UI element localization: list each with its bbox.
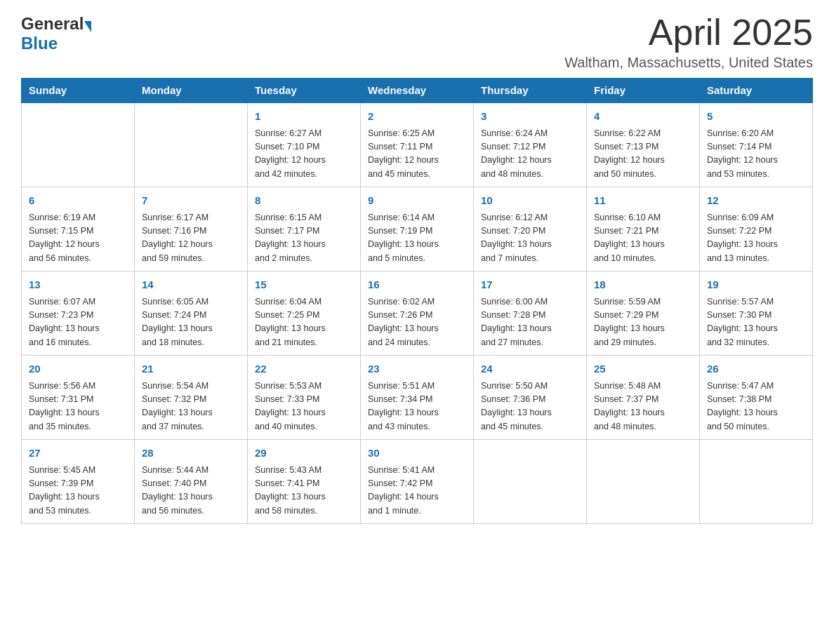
calendar-table: SundayMondayTuesdayWednesdayThursdayFrid… (21, 78, 813, 524)
day-number: 14 (142, 277, 240, 293)
day-info: Sunrise: 6:14 AM Sunset: 7:19 PM Dayligh… (368, 211, 466, 266)
col-header-tuesday: Tuesday (248, 79, 361, 103)
day-info: Sunrise: 5:56 AM Sunset: 7:31 PM Dayligh… (29, 380, 127, 434)
day-number: 24 (481, 361, 579, 377)
day-number: 30 (368, 445, 466, 462)
calendar-cell: 14Sunrise: 6:05 AM Sunset: 7:24 PM Dayli… (135, 271, 248, 356)
day-info: Sunrise: 5:41 AM Sunset: 7:42 PM Dayligh… (368, 464, 466, 518)
day-info: Sunrise: 5:44 AM Sunset: 7:40 PM Dayligh… (142, 464, 240, 518)
calendar-cell: 21Sunrise: 5:54 AM Sunset: 7:32 PM Dayli… (135, 356, 248, 440)
day-number: 22 (255, 361, 353, 377)
day-number: 10 (481, 193, 579, 209)
calendar-cell: 16Sunrise: 6:02 AM Sunset: 7:26 PM Dayli… (361, 271, 474, 356)
day-info: Sunrise: 5:53 AM Sunset: 7:33 PM Dayligh… (255, 380, 353, 434)
day-number: 25 (594, 361, 692, 377)
day-number: 1 (255, 109, 353, 125)
calendar-cell: 24Sunrise: 5:50 AM Sunset: 7:36 PM Dayli… (474, 356, 587, 440)
calendar-cell (587, 440, 700, 524)
page-title: April 2025 (564, 14, 813, 51)
day-number: 15 (255, 277, 353, 293)
day-number: 27 (29, 445, 127, 462)
day-info: Sunrise: 6:07 AM Sunset: 7:23 PM Dayligh… (29, 295, 127, 350)
day-info: Sunrise: 5:45 AM Sunset: 7:39 PM Dayligh… (29, 464, 127, 518)
calendar-cell (474, 440, 587, 524)
calendar-cell: 28Sunrise: 5:44 AM Sunset: 7:40 PM Dayli… (135, 440, 248, 524)
calendar-cell: 27Sunrise: 5:45 AM Sunset: 7:39 PM Dayli… (22, 440, 135, 524)
day-info: Sunrise: 5:59 AM Sunset: 7:29 PM Dayligh… (594, 295, 692, 350)
calendar-week-1: 1Sunrise: 6:27 AM Sunset: 7:10 PM Daylig… (22, 102, 813, 187)
calendar-cell (135, 102, 248, 187)
calendar-cell: 6Sunrise: 6:19 AM Sunset: 7:15 PM Daylig… (22, 187, 135, 271)
day-info: Sunrise: 6:09 AM Sunset: 7:22 PM Dayligh… (707, 211, 805, 266)
day-number: 29 (255, 445, 353, 462)
title-block: April 2025 Waltham, Massachusetts, Unite… (564, 14, 813, 71)
day-number: 8 (255, 193, 353, 209)
calendar-week-2: 6Sunrise: 6:19 AM Sunset: 7:15 PM Daylig… (22, 187, 813, 271)
day-number: 7 (142, 193, 240, 209)
day-info: Sunrise: 6:24 AM Sunset: 7:12 PM Dayligh… (481, 127, 579, 182)
day-info: Sunrise: 5:57 AM Sunset: 7:30 PM Dayligh… (707, 295, 805, 350)
calendar-week-3: 13Sunrise: 6:07 AM Sunset: 7:23 PM Dayli… (22, 271, 813, 356)
day-number: 18 (594, 277, 692, 293)
col-header-saturday: Saturday (700, 79, 813, 103)
calendar-cell: 20Sunrise: 5:56 AM Sunset: 7:31 PM Dayli… (22, 356, 135, 440)
day-number: 9 (368, 193, 466, 209)
day-number: 5 (707, 109, 805, 125)
logo-arrow-icon (84, 21, 91, 32)
day-number: 3 (481, 109, 579, 125)
col-header-friday: Friday (587, 79, 700, 103)
day-info: Sunrise: 6:04 AM Sunset: 7:25 PM Dayligh… (255, 295, 353, 350)
calendar-cell: 10Sunrise: 6:12 AM Sunset: 7:20 PM Dayli… (474, 187, 587, 271)
day-info: Sunrise: 5:51 AM Sunset: 7:34 PM Dayligh… (368, 380, 466, 434)
day-number: 19 (707, 277, 805, 293)
calendar-cell: 11Sunrise: 6:10 AM Sunset: 7:21 PM Dayli… (587, 187, 700, 271)
day-info: Sunrise: 6:10 AM Sunset: 7:21 PM Dayligh… (594, 211, 692, 266)
day-info: Sunrise: 6:22 AM Sunset: 7:13 PM Dayligh… (594, 127, 692, 182)
day-info: Sunrise: 5:47 AM Sunset: 7:38 PM Dayligh… (707, 380, 805, 434)
day-number: 23 (368, 361, 466, 377)
calendar-cell: 18Sunrise: 5:59 AM Sunset: 7:29 PM Dayli… (587, 271, 700, 356)
calendar-header-row: SundayMondayTuesdayWednesdayThursdayFrid… (22, 79, 813, 103)
calendar-cell: 26Sunrise: 5:47 AM Sunset: 7:38 PM Dayli… (700, 356, 813, 440)
day-info: Sunrise: 6:15 AM Sunset: 7:17 PM Dayligh… (255, 211, 353, 266)
logo: General Blue (21, 14, 91, 53)
calendar-cell (22, 102, 135, 187)
day-number: 21 (142, 361, 240, 377)
calendar-cell: 30Sunrise: 5:41 AM Sunset: 7:42 PM Dayli… (361, 440, 474, 524)
calendar-cell: 8Sunrise: 6:15 AM Sunset: 7:17 PM Daylig… (248, 187, 361, 271)
logo-blue-text: Blue (21, 34, 58, 53)
col-header-monday: Monday (135, 79, 248, 103)
calendar-cell (700, 440, 813, 524)
calendar-cell: 13Sunrise: 6:07 AM Sunset: 7:23 PM Dayli… (22, 271, 135, 356)
day-info: Sunrise: 5:43 AM Sunset: 7:41 PM Dayligh… (255, 464, 353, 518)
day-number: 12 (707, 193, 805, 209)
day-number: 13 (29, 277, 127, 293)
day-number: 28 (142, 445, 240, 462)
day-info: Sunrise: 6:25 AM Sunset: 7:11 PM Dayligh… (368, 127, 466, 182)
calendar-week-5: 27Sunrise: 5:45 AM Sunset: 7:39 PM Dayli… (22, 440, 813, 524)
day-number: 6 (29, 193, 127, 209)
calendar-cell: 5Sunrise: 6:20 AM Sunset: 7:14 PM Daylig… (700, 102, 813, 187)
day-info: Sunrise: 6:19 AM Sunset: 7:15 PM Dayligh… (29, 211, 127, 266)
calendar-cell: 22Sunrise: 5:53 AM Sunset: 7:33 PM Dayli… (248, 356, 361, 440)
day-number: 26 (707, 361, 805, 377)
calendar-cell: 1Sunrise: 6:27 AM Sunset: 7:10 PM Daylig… (248, 102, 361, 187)
calendar-cell: 15Sunrise: 6:04 AM Sunset: 7:25 PM Dayli… (248, 271, 361, 356)
calendar-cell: 9Sunrise: 6:14 AM Sunset: 7:19 PM Daylig… (361, 187, 474, 271)
day-number: 11 (594, 193, 692, 209)
page-header: General Blue April 2025 Waltham, Massach… (21, 14, 813, 71)
page-subtitle: Waltham, Massachusetts, United States (564, 55, 813, 71)
calendar-cell: 23Sunrise: 5:51 AM Sunset: 7:34 PM Dayli… (361, 356, 474, 440)
calendar-cell: 7Sunrise: 6:17 AM Sunset: 7:16 PM Daylig… (135, 187, 248, 271)
day-number: 4 (594, 109, 692, 125)
calendar-cell: 29Sunrise: 5:43 AM Sunset: 7:41 PM Dayli… (248, 440, 361, 524)
day-number: 16 (368, 277, 466, 293)
day-info: Sunrise: 5:50 AM Sunset: 7:36 PM Dayligh… (481, 380, 579, 434)
day-info: Sunrise: 6:20 AM Sunset: 7:14 PM Dayligh… (707, 127, 805, 182)
day-info: Sunrise: 6:27 AM Sunset: 7:10 PM Dayligh… (255, 127, 353, 182)
calendar-cell: 17Sunrise: 6:00 AM Sunset: 7:28 PM Dayli… (474, 271, 587, 356)
calendar-cell: 19Sunrise: 5:57 AM Sunset: 7:30 PM Dayli… (700, 271, 813, 356)
day-number: 2 (368, 109, 466, 125)
calendar-cell: 25Sunrise: 5:48 AM Sunset: 7:37 PM Dayli… (587, 356, 700, 440)
calendar-cell: 4Sunrise: 6:22 AM Sunset: 7:13 PM Daylig… (587, 102, 700, 187)
